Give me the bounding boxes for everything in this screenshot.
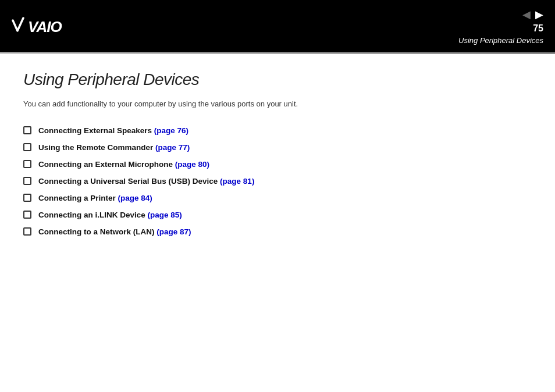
list-item: Connecting External Speakers (page 76) [23,126,532,135]
checkbox-icon [23,177,31,185]
prev-arrow[interactable]: ◀ [522,8,531,21]
checkbox-icon [23,194,31,202]
intro-text: You can add functionality to your comput… [23,98,532,110]
logo-area: VAIO [12,15,76,38]
list-item: Connecting an i.LINK Device (page 85) [23,211,532,219]
header-right: ◀ ▶ 75 Using Peripheral Devices [458,8,543,45]
menu-item-link[interactable]: (page 85) [148,211,182,219]
main-content: Using Peripheral Devices You can add fun… [0,54,555,248]
menu-item-label: Connecting a Universal Serial Bus (USB) … [38,177,254,186]
menu-item-label: Connecting to a Network (LAN) (page 87) [38,227,191,236]
menu-item-link[interactable]: (page 76) [154,126,188,135]
list-item: Connecting a Universal Serial Bus (USB) … [23,177,532,186]
menu-list: Connecting External Speakers (page 76)Us… [23,126,532,236]
checkbox-icon [23,227,31,236]
vaio-logo: VAIO [12,15,76,38]
header: VAIO ◀ ▶ 75 Using Peripheral Devices [0,0,555,52]
checkbox-icon [23,211,31,219]
page-number: 75 [533,23,543,34]
list-item: Connecting to a Network (LAN) (page 87) [23,227,532,236]
checkbox-icon [23,160,31,168]
menu-item-link[interactable]: (page 84) [118,194,152,202]
menu-item-label: Connecting External Speakers (page 76) [38,126,188,135]
list-item: Connecting a Printer (page 84) [23,194,532,202]
page-title: Using Peripheral Devices [23,70,532,89]
menu-item-label: Connecting an i.LINK Device (page 85) [38,211,182,219]
menu-item-link[interactable]: (page 87) [156,227,191,236]
menu-item-link[interactable]: (page 80) [175,160,209,169]
header-section-title: Using Peripheral Devices [458,36,543,45]
list-item: Using the Remote Commander (page 77) [23,143,532,152]
menu-item-link[interactable]: (page 77) [155,143,190,152]
svg-text:VAIO: VAIO [28,18,62,35]
checkbox-icon [23,143,31,151]
checkbox-icon [23,126,31,134]
menu-item-label: Connecting a Printer (page 84) [38,194,152,202]
next-arrow[interactable]: ▶ [535,8,543,21]
list-item: Connecting an External Microphone (page … [23,160,532,169]
menu-item-link[interactable]: (page 81) [220,177,254,186]
menu-item-label: Using the Remote Commander (page 77) [38,143,190,152]
menu-item-label: Connecting an External Microphone (page … [38,160,209,169]
nav-arrows: ◀ ▶ [522,8,543,21]
